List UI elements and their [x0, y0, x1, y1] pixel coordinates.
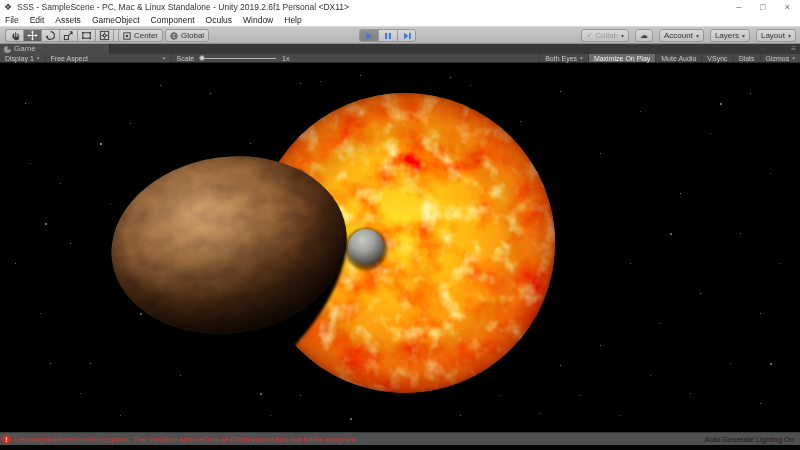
rotate-tool-icon [45, 30, 56, 41]
menu-file[interactable]: File [5, 15, 19, 25]
game-view-toolbar: Display 1▾ Free Aspect▾ Scale 1x Both Ey… [0, 54, 800, 63]
move-tool-icon [27, 30, 38, 41]
window-title: SSS - SampleScene - PC, Mac & Linux Stan… [17, 2, 736, 12]
tab-options-icon[interactable]: ≡ [791, 44, 796, 54]
hand-tool-icon [10, 31, 20, 41]
transform-tool-icon [99, 30, 110, 41]
menu-gameobject[interactable]: GameObject [92, 15, 140, 25]
chevron-down-icon: ▾ [742, 32, 745, 39]
lighting-status: Auto Generate Lighting On [705, 435, 794, 444]
scale-slider[interactable] [200, 58, 276, 59]
game-view-toggles: Both Eyes▾ Maximize On Play Mute Audio V… [539, 54, 800, 62]
main-toolbar: Center Global ✓ Collab▾ ☁ Account▾ Layer… [0, 27, 800, 44]
chevron-down-icon: ▾ [788, 32, 791, 39]
error-icon: ! [2, 435, 11, 444]
space-global-button[interactable]: Global [165, 29, 209, 42]
step-icon [402, 31, 412, 41]
globe-icon [170, 32, 178, 40]
menu-assets[interactable]: Assets [55, 15, 81, 25]
chevron-down-icon: ▾ [621, 32, 624, 39]
eyes-dropdown[interactable]: Both Eyes▾ [539, 54, 588, 62]
menu-bar: File Edit Assets GameObject Component Oc… [0, 14, 800, 27]
tab-game[interactable]: Game [0, 44, 110, 54]
maximize-on-play-toggle[interactable]: Maximize On Play [588, 54, 655, 62]
move-tool-button[interactable] [23, 29, 41, 42]
scale-control: Scale 1x [172, 54, 295, 62]
toolbar-spacer [294, 54, 539, 62]
collab-button[interactable]: ✓ Collab▾ [581, 29, 629, 42]
play-controls [359, 29, 416, 42]
title-bar: ❖ SSS - SampleScene - PC, Mac & Linux St… [0, 0, 800, 14]
step-button[interactable] [397, 29, 416, 42]
vsync-toggle[interactable]: VSync [701, 54, 732, 62]
account-dropdown[interactable]: Account▾ [659, 29, 704, 42]
transform-tools-group [5, 29, 131, 42]
console-error-message[interactable]: UnassignedReferenceException: The variab… [14, 435, 705, 444]
hand-tool-button[interactable] [5, 29, 23, 42]
unity-editor-window: ❖ SSS - SampleScene - PC, Mac & Linux St… [0, 0, 800, 450]
chevron-down-icon: ▾ [792, 55, 795, 61]
scale-tool-button[interactable] [59, 29, 77, 42]
unity-logo-icon: ❖ [4, 3, 13, 12]
close-button[interactable]: × [785, 0, 790, 14]
gizmos-dropdown[interactable]: Gizmos▾ [760, 54, 800, 62]
rect-tool-button[interactable] [77, 29, 95, 42]
scale-slider-knob[interactable] [199, 55, 205, 61]
pivot-icon [123, 32, 131, 40]
chevron-down-icon: ▾ [696, 32, 699, 39]
maximize-button[interactable]: □ [760, 0, 765, 14]
pivot-center-button[interactable]: Center [118, 29, 163, 42]
play-button[interactable] [359, 29, 378, 42]
menu-help[interactable]: Help [284, 15, 301, 25]
rotate-tool-button[interactable] [41, 29, 59, 42]
mute-audio-toggle[interactable]: Mute Audio [655, 54, 701, 62]
bottom-strip [0, 445, 800, 450]
transform-tool-button[interactable] [95, 29, 113, 42]
layout-dropdown[interactable]: Layout▾ [756, 29, 796, 42]
cloud-icon: ☁ [640, 32, 648, 40]
cloud-button[interactable]: ☁ [635, 29, 653, 42]
play-icon [364, 31, 374, 41]
chevron-down-icon: ▾ [37, 55, 40, 61]
gray-sphere [345, 228, 387, 270]
rect-tool-icon [81, 30, 92, 41]
game-viewport[interactable] [0, 63, 800, 432]
layers-dropdown[interactable]: Layers▾ [710, 29, 750, 42]
display-dropdown[interactable]: Display 1▾ [0, 54, 46, 62]
pause-icon [383, 31, 393, 41]
pause-button[interactable] [378, 29, 397, 42]
view-tab-bar: Game ≡ [0, 44, 800, 54]
chevron-down-icon: ▾ [163, 55, 166, 61]
stats-toggle[interactable]: Stats [733, 54, 760, 62]
scale-tool-icon [63, 30, 74, 41]
minimize-button[interactable]: – [736, 0, 741, 14]
menu-component[interactable]: Component [151, 15, 195, 25]
status-bar[interactable]: ! UnassignedReferenceException: The vari… [0, 432, 800, 445]
scale-value: 1x [282, 55, 289, 62]
menu-oculus[interactable]: Oculus [206, 15, 232, 25]
menu-window[interactable]: Window [243, 15, 273, 25]
aspect-dropdown[interactable]: Free Aspect▾ [46, 54, 172, 62]
collab-check-icon: ✓ [586, 32, 593, 40]
chevron-down-icon: ▾ [580, 55, 583, 61]
pivot-space-group: Center Global [118, 29, 209, 42]
game-view-icon [4, 46, 11, 53]
scene-render [0, 63, 800, 432]
menu-edit[interactable]: Edit [30, 15, 45, 25]
toolbar-right-group: ✓ Collab▾ ☁ Account▾ Layers▾ Layout▾ [581, 29, 796, 42]
